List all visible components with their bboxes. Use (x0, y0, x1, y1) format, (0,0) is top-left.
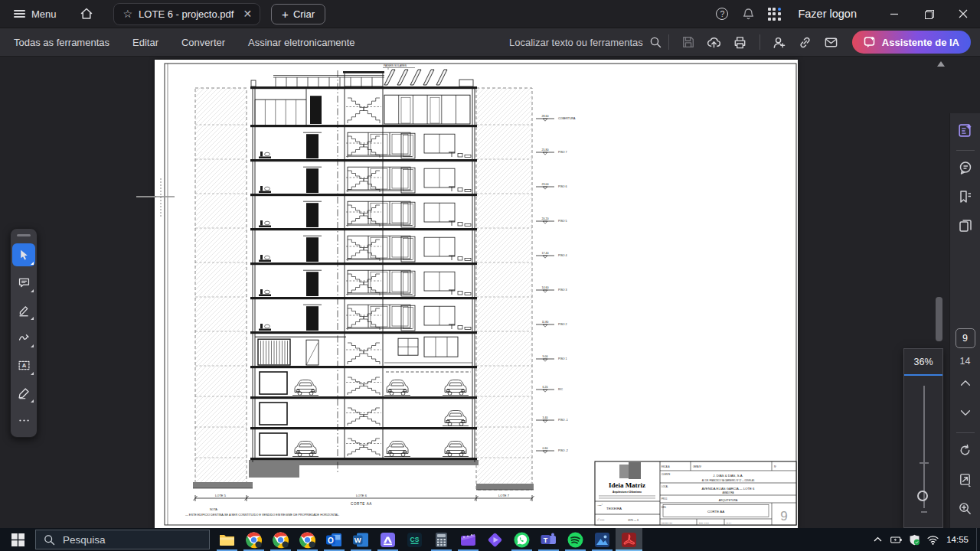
more-tool[interactable] (12, 409, 35, 432)
spotify-icon (567, 531, 584, 549)
taskbar-app-acrobat[interactable] (616, 528, 642, 551)
mail-button[interactable] (818, 31, 844, 54)
notifications-button[interactable] (735, 0, 761, 28)
taskbar-search-box[interactable] (35, 530, 210, 549)
svg-text:ESCALA: ESCALA (662, 465, 670, 468)
cloud-upload-button[interactable] (701, 31, 727, 54)
security-shield-tray-button[interactable] (905, 528, 923, 551)
palette-drag-handle[interactable] (17, 234, 31, 236)
ai-assistant-button[interactable]: Assistente de IA (852, 31, 971, 54)
menu-button[interactable]: Menu (0, 0, 67, 28)
apps-launcher-button[interactable] (761, 0, 787, 28)
minimize-button[interactable] (877, 0, 911, 28)
comment-tool[interactable] (12, 271, 35, 294)
link-button[interactable] (792, 31, 818, 54)
comments-panel-button[interactable] (953, 155, 978, 180)
svg-text:LOTE 5: LOTE 5 (215, 494, 227, 497)
svg-text:DES.: DES. (662, 506, 667, 509)
taskbar-app-media-diamond[interactable] (482, 528, 508, 551)
svg-text:LOTE 7: LOTE 7 (498, 494, 510, 497)
taskbar-app-spotify[interactable] (562, 528, 589, 551)
svg-text:PISO 2: PISO 2 (558, 323, 567, 326)
favorite-star-icon[interactable]: ☆ (123, 8, 133, 19)
zoom-in-button[interactable] (953, 496, 978, 520)
taskbar-app-chrome-1[interactable] (240, 528, 267, 551)
toolbar-menu-item-2[interactable]: Editar (132, 37, 158, 48)
hamburger-icon (14, 8, 25, 20)
bookmarks-panel-button[interactable] (953, 184, 978, 209)
toolbar-menu-item-1[interactable]: Todas as ferramentas (14, 37, 109, 48)
firm-name: Ideia Matriz (609, 481, 645, 489)
toolbar-menu-item-4[interactable]: Assinar eletronicamente (248, 37, 354, 48)
sign-in-link[interactable]: Fazer logon (798, 8, 857, 20)
tab-title: LOTE 6 - projecto.pdf (139, 8, 234, 20)
start-button[interactable] (0, 528, 35, 551)
show-desktop-edge[interactable] (976, 528, 980, 551)
toolbar-actions (675, 31, 844, 54)
ai-assistant-panel-button[interactable] (953, 118, 978, 142)
svg-text:17.40: 17.40 (542, 252, 549, 255)
taskbar-app-teams[interactable]: T (535, 528, 562, 551)
draw-tool[interactable] (12, 326, 35, 349)
titlebar-left: Menu ☆ LOTE 6 - projecto.pdf ✕ + Criar (0, 0, 325, 28)
fill-sign-tool[interactable] (12, 381, 35, 404)
svg-text:PISO 5: PISO 5 (558, 220, 567, 223)
help-button[interactable]: ? (709, 0, 735, 28)
taskbar-search-input[interactable] (63, 534, 185, 546)
zoom-slider-handle[interactable] (917, 491, 928, 501)
close-button[interactable] (946, 0, 980, 28)
svg-text:25.80: 25.80 (542, 148, 549, 152)
taskbar-app-chrome-3[interactable] (294, 528, 321, 551)
svg-text:0.60: 0.60 (543, 447, 548, 450)
taskbar-app-outlook[interactable]: O (321, 528, 348, 551)
project-address: AVENIDA ELIAS GARCIA — LOTE 6 (702, 487, 755, 491)
taskbar-app-explorer[interactable] (214, 528, 240, 551)
text-box-icon: A (18, 359, 31, 372)
rotate-icon (958, 443, 972, 458)
zoom-slider-track[interactable] (923, 386, 925, 508)
print-button[interactable] (727, 31, 753, 54)
highlight-tool[interactable] (12, 298, 35, 321)
home-button[interactable] (67, 0, 106, 28)
save-button[interactable] (675, 31, 701, 54)
zoom-slider-tick (920, 462, 929, 464)
scrollbar-up-arrow[interactable] (937, 61, 945, 67)
pdf-page[interactable]: PAINÉIS SOLARES28.60COBERTURA25.80PISO 7… (155, 60, 798, 528)
taskbar-app-cs-app[interactable]: CS (401, 528, 428, 551)
tray-expand-tray-button[interactable] (868, 528, 887, 551)
taskbar-app-whatsapp[interactable] (508, 528, 535, 551)
chrome-icon (299, 531, 316, 549)
battery-tray-button[interactable] (887, 528, 905, 551)
page-fold-mark (136, 196, 156, 197)
select-tool[interactable] (12, 243, 35, 266)
windows-logo-icon (11, 533, 24, 546)
zoom-in-icon (958, 501, 972, 516)
taskbar-app-calculator[interactable] (428, 528, 455, 551)
current-page-input[interactable]: 9 (956, 328, 975, 348)
restore-button[interactable] (911, 0, 946, 28)
rotate-button[interactable] (953, 438, 978, 462)
taskbar-app-scanner[interactable] (374, 528, 401, 551)
toolbar-menu-item-3[interactable]: Converter (181, 37, 225, 48)
taskbar-app-chrome-2[interactable] (267, 528, 294, 551)
taskbar-app-word[interactable]: W (348, 528, 374, 551)
document-tab[interactable]: ☆ LOTE 6 - projecto.pdf ✕ (113, 3, 261, 25)
wifi-tray-button[interactable] (923, 528, 942, 551)
taskbar-app-films[interactable] (455, 528, 482, 551)
page-down-button[interactable] (953, 400, 978, 425)
fit-page-button[interactable] (953, 467, 978, 491)
scrollbar-thumb[interactable] (936, 297, 942, 341)
tab-close-icon[interactable]: ✕ (243, 8, 252, 20)
scanner-icon (379, 531, 397, 549)
title-block: Ideia MatrizArquitectura e UrbanismoARQ.… (595, 461, 796, 525)
pages-panel-button[interactable] (953, 214, 978, 238)
page-up-button[interactable] (953, 371, 978, 396)
find-bar[interactable]: Localizar texto ou ferramentas (509, 36, 662, 49)
taskbar-app-photos[interactable] (589, 528, 616, 551)
add-user-button[interactable] (766, 31, 792, 54)
photos-icon (593, 531, 611, 549)
menu-label: Menu (31, 8, 57, 20)
titlebar: Menu ☆ LOTE 6 - projecto.pdf ✕ + Criar ? (0, 0, 980, 28)
text-box-tool[interactable]: A (12, 354, 35, 377)
create-button[interactable]: + Criar (271, 4, 325, 24)
